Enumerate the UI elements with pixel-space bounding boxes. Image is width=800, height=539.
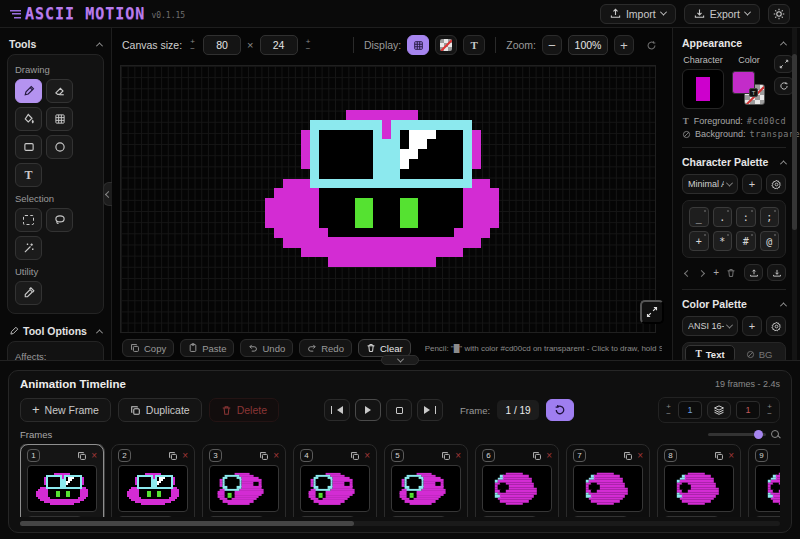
swap-colors-button[interactable] [774, 55, 794, 73]
fill-tool-button[interactable] [15, 107, 42, 131]
slider-knob[interactable] [754, 430, 763, 439]
frame-thumbnail[interactable] [755, 465, 780, 512]
frame-duration-input[interactable]: 125 [209, 516, 264, 517]
rectangle-tool-button[interactable] [15, 135, 42, 159]
palette-import-button[interactable] [767, 264, 786, 281]
theme-toggle-button[interactable] [768, 4, 790, 24]
onion-skin-toggle[interactable] [707, 401, 731, 419]
delete-frame-icon[interactable]: × [728, 451, 734, 461]
canvas-width-input[interactable]: 80 [203, 35, 241, 55]
onion-next-count[interactable]: 1 [736, 401, 760, 419]
delete-frame-icon[interactable]: × [182, 451, 188, 461]
tools-header[interactable]: Tools [7, 34, 104, 54]
redo-button[interactable]: Redo [299, 339, 352, 357]
color-palette-settings-button[interactable] [766, 316, 786, 336]
last-frame-button[interactable] [417, 399, 443, 421]
ellipse-tool-button[interactable] [46, 135, 73, 159]
delete-frame-button[interactable]: Delete [209, 398, 279, 422]
tool-options-header[interactable]: Tool Options [7, 321, 104, 341]
frames-scrollbar[interactable] [20, 521, 780, 526]
duplicate-frame-icon[interactable] [623, 451, 633, 461]
frame-thumbnail[interactable] [300, 465, 370, 512]
frame-card[interactable]: 4×125ms [293, 444, 377, 517]
frame-thumbnail[interactable] [391, 465, 461, 512]
palette-export-button[interactable] [744, 264, 763, 281]
frame-duration-input[interactable]: 125 [755, 516, 780, 517]
copy-button[interactable]: Copy [122, 339, 174, 357]
sidebar-collapse-handle[interactable] [103, 182, 112, 206]
frame-card[interactable]: 9×125ms [748, 444, 780, 517]
palette-prev-button[interactable] [682, 265, 693, 281]
frame-duration-input[interactable]: 125 [118, 516, 173, 517]
delete-frame-icon[interactable]: × [273, 451, 279, 461]
palette-character-key[interactable]: : [736, 207, 756, 227]
frames-scrollbar-thumb[interactable] [20, 521, 354, 526]
eraser-tool-button[interactable] [46, 79, 73, 103]
duplicate-frame-icon[interactable] [259, 451, 269, 461]
display-transparency-toggle[interactable] [435, 35, 457, 55]
timeline-zoom-slider[interactable] [708, 433, 766, 436]
onion-prev-count[interactable]: 1 [678, 401, 702, 419]
export-button[interactable]: Export [684, 4, 760, 24]
reset-colors-button[interactable] [774, 77, 794, 95]
palette-character-key[interactable]: + [689, 231, 709, 251]
palette-character-key[interactable]: . [713, 207, 733, 227]
frame-duration-input[interactable]: 125 [573, 516, 628, 517]
text-tool-button[interactable]: T [15, 163, 42, 187]
width-stepper[interactable]: +− [188, 39, 197, 52]
frame-thumbnail[interactable] [573, 465, 643, 512]
duplicate-frame-icon[interactable] [441, 451, 451, 461]
duplicate-frame-icon[interactable] [532, 451, 542, 461]
undo-button[interactable]: Undo [240, 339, 293, 357]
eyedropper-tool-button[interactable] [15, 281, 42, 305]
display-grid-toggle[interactable] [407, 35, 429, 55]
palette-character-key[interactable]: # [736, 231, 756, 251]
frame-thumbnail[interactable] [27, 465, 97, 512]
sidebar-scrollbar[interactable] [792, 28, 797, 360]
onion-next-stepper[interactable]: +− [765, 404, 774, 417]
new-frame-button[interactable]: + New Frame [20, 398, 111, 422]
frame-thumbnail[interactable] [118, 465, 188, 512]
drawing-canvas[interactable] [120, 65, 656, 333]
add-color-palette-button[interactable]: + [742, 316, 762, 336]
loop-toggle-button[interactable] [546, 399, 574, 421]
foreground-color-swatch[interactable]: T [732, 71, 755, 94]
frame-thumbnail[interactable] [209, 465, 279, 512]
frame-card[interactable]: 6×125ms [475, 444, 559, 517]
frame-thumbnail[interactable] [664, 465, 734, 512]
palette-delete-button[interactable] [726, 265, 737, 281]
delete-frame-icon[interactable]: × [91, 451, 97, 461]
first-frame-button[interactable] [324, 399, 350, 421]
color-palette-header[interactable]: Color Palette [682, 298, 786, 310]
onion-prev-stepper[interactable]: +− [664, 404, 673, 417]
color-palette-preset-dropdown[interactable]: ANSI 16-Col [682, 316, 738, 336]
canvas-fullscreen-button[interactable] [640, 300, 664, 324]
play-button[interactable] [355, 399, 381, 421]
frame-card[interactable]: 3×125ms [202, 444, 286, 517]
lasso-tool-button[interactable] [46, 208, 73, 232]
appearance-header[interactable]: Appearance [682, 37, 786, 49]
character-palette-header[interactable]: Character Palette [682, 156, 786, 168]
character-palette-settings-button[interactable] [766, 174, 786, 194]
paste-button[interactable]: Paste [180, 339, 234, 357]
import-button[interactable]: Import [600, 4, 676, 24]
pencil-tool-button[interactable] [15, 79, 42, 103]
timeline-collapse-button[interactable] [381, 355, 419, 365]
stop-button[interactable] [386, 399, 412, 421]
pattern-fill-tool-button[interactable] [46, 107, 73, 131]
scrollbar-thumb[interactable] [792, 54, 797, 230]
delete-frame-icon[interactable]: × [637, 451, 643, 461]
duplicate-frame-icon[interactable] [77, 451, 87, 461]
frame-card[interactable]: 8×125ms [657, 444, 741, 517]
frame-card[interactable]: 1×125ms [20, 444, 104, 517]
delete-frame-icon[interactable]: × [364, 451, 370, 461]
frame-card[interactable]: 7×125ms [566, 444, 650, 517]
canvas-height-input[interactable]: 24 [260, 35, 298, 55]
zoom-reset-button[interactable] [640, 35, 662, 55]
frame-duration-input[interactable]: 125 [664, 516, 719, 517]
palette-character-key[interactable]: * [713, 231, 733, 251]
character-palette-preset-dropdown[interactable]: Minimal ASC [682, 174, 738, 194]
zoom-out-button[interactable]: − [542, 35, 562, 55]
height-stepper[interactable]: +− [304, 39, 313, 52]
palette-character-key[interactable]: ; [760, 207, 780, 227]
